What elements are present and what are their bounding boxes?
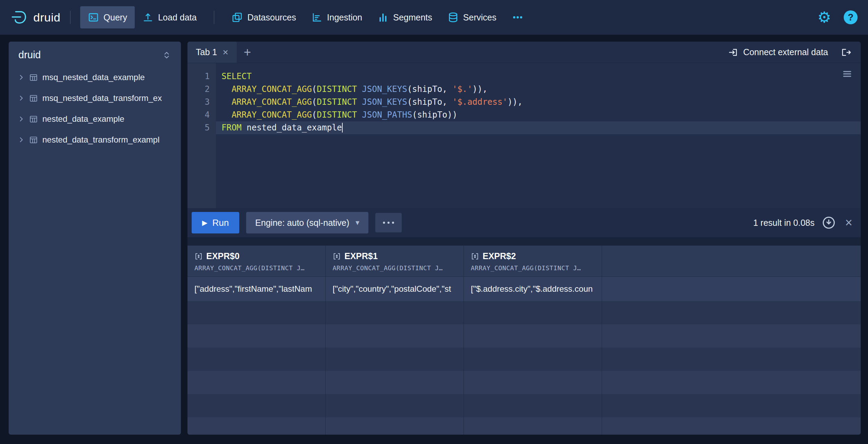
play-icon: ▶ [202,219,207,227]
line-number: 3 [187,96,216,109]
download-icon [821,215,836,230]
nav-item-label: Ingestion [327,12,362,23]
dot [392,222,394,224]
nav-item-query[interactable]: Query [80,6,135,28]
tab-1[interactable]: Tab 1 × [187,42,237,63]
nav-item-label: Services [463,12,496,23]
engine-dropdown-label: Engine: auto (sql-native) [255,218,349,228]
result-row: ["address","firstName","lastNam ["city",… [187,277,861,301]
navbar-divider [70,11,70,24]
table-icon [29,136,38,144]
results-table: EXPR$0 ARRAY_CONCAT_AGG(DISTINCT J… EXPR… [187,246,861,435]
result-cell[interactable]: ["$.address.city","$.address.coun [464,277,602,301]
results-separator [187,237,861,246]
close-tab-icon[interactable]: × [223,48,228,57]
tab-label: Tab 1 [196,47,217,57]
top-navbar: druid Query Load data Datasources [0,0,868,35]
column-header-expr2[interactable]: EXPR$2 ARRAY_CONCAT_AGG(DISTINCT J… [464,246,602,276]
run-button[interactable]: ▶ Run [192,212,239,233]
engine-dropdown[interactable]: Engine: auto (sql-native) ▾ [246,212,368,233]
header-filler [602,246,861,276]
column-expression: ARRAY_CONCAT_AGG(DISTINCT J… [333,264,457,272]
nav-item-services[interactable]: Services [440,6,504,28]
plus-icon: + [244,45,251,60]
line-number: 2 [187,83,216,96]
code-area[interactable]: SELECT ARRAY_CONCAT_AGG(DISTINCT JSON_KE… [216,63,861,208]
array-type-icon [194,252,203,261]
nav-item-load-data[interactable]: Load data [135,6,204,28]
segments-icon [377,12,389,23]
help-button[interactable]: ? [844,10,858,24]
code-line: ARRAY_CONCAT_AGG(DISTINCT JSON_PATHS(shi… [216,109,861,121]
upload-icon [142,12,153,23]
column-name: EXPR$0 [206,251,240,261]
sort-button[interactable] [162,51,171,60]
close-results-button[interactable]: × [845,216,852,229]
empty-row [187,324,861,348]
tab-bar-spacer [258,42,721,63]
download-results-button[interactable] [821,215,836,230]
brand[interactable]: druid [10,8,60,26]
empty-row [187,301,861,324]
line-number: 4 [187,109,216,121]
chevron-right-icon [18,74,25,81]
column-header-expr0[interactable]: EXPR$0 ARRAY_CONCAT_AGG(DISTINCT J… [187,246,326,276]
chevron-right-icon [18,116,25,122]
sql-editor[interactable]: 1 2 3 4 5 SELECT ARRAY_CONCAT_AGG(DISTIN… [187,63,861,208]
nav-item-label: Query [103,12,127,23]
double-caret-vertical-icon [162,51,171,60]
array-type-icon [471,252,479,261]
add-tab-button[interactable]: + [237,42,258,63]
line-number-gutter: 1 2 3 4 5 [187,63,216,208]
connect-external-data-button[interactable]: Connect external data [721,42,835,63]
services-icon [448,12,459,23]
editor-menu-button[interactable] [842,69,852,79]
datasource-label: msq_nested_data_example [42,72,145,82]
table-icon [29,94,38,103]
hamburger-menu-icon [842,69,852,79]
nav-item-label: Datasources [247,12,296,23]
close-icon: × [845,215,852,230]
nav-item-segments[interactable]: Segments [370,6,440,28]
datasources-icon [232,12,243,23]
druid-logo-icon [10,8,28,26]
results-header-row: EXPR$0 ARRAY_CONCAT_AGG(DISTINCT J… EXPR… [187,246,861,277]
empty-row [187,348,861,371]
query-more-options-button[interactable] [375,213,402,232]
nav-item-datasources[interactable]: Datasources [224,6,303,28]
text-cursor [342,123,343,133]
sidebar-item-datasource[interactable]: msq_nested_data_transform_ex [9,88,181,109]
import-data-icon [728,47,738,58]
nav-item-label: Load data [158,12,197,23]
help-icon: ? [848,12,854,23]
gear-icon: ⚙ [818,9,831,26]
column-header-expr1[interactable]: EXPR$1 ARRAY_CONCAT_AGG(DISTINCT J… [326,246,464,276]
empty-row [187,371,861,394]
query-icon [88,12,99,23]
column-expression: ARRAY_CONCAT_AGG(DISTINCT J… [471,264,595,272]
run-bar: ▶ Run Engine: auto (sql-native) ▾ 1 resu… [187,208,861,237]
more-dots-icon [512,11,524,23]
column-name: EXPR$1 [344,251,378,261]
sidebar-item-datasource[interactable]: nested_data_transform_exampl [9,129,181,150]
sidebar-item-datasource[interactable]: nested_data_example [9,109,181,129]
settings-button[interactable]: ⚙ [818,10,831,25]
nav-more-button[interactable] [504,6,531,28]
result-cell[interactable]: ["address","firstName","lastNam [187,277,326,301]
query-tab-bar: Tab 1 × + Connect external data [187,42,861,63]
toggle-side-panel-button[interactable] [835,42,858,63]
line-number: 1 [187,70,216,83]
table-icon [29,115,38,123]
nav-item-ingestion[interactable]: Ingestion [304,6,370,28]
chevron-right-icon [18,95,25,102]
dot [387,222,390,224]
empty-row [187,417,861,435]
datasource-label: nested_data_transform_exampl [42,135,160,145]
navbar-divider [214,11,214,24]
query-workbench-panel: Tab 1 × + Connect external data 1 [187,42,861,435]
result-cell-filler [602,277,861,301]
connect-external-data-label: Connect external data [743,47,828,57]
result-cell[interactable]: ["city","country","postalCode","st [326,277,464,301]
datasource-sidebar: druid msq_nested_data_example msq_nested… [9,42,181,435]
sidebar-item-datasource[interactable]: msq_nested_data_example [9,67,181,88]
